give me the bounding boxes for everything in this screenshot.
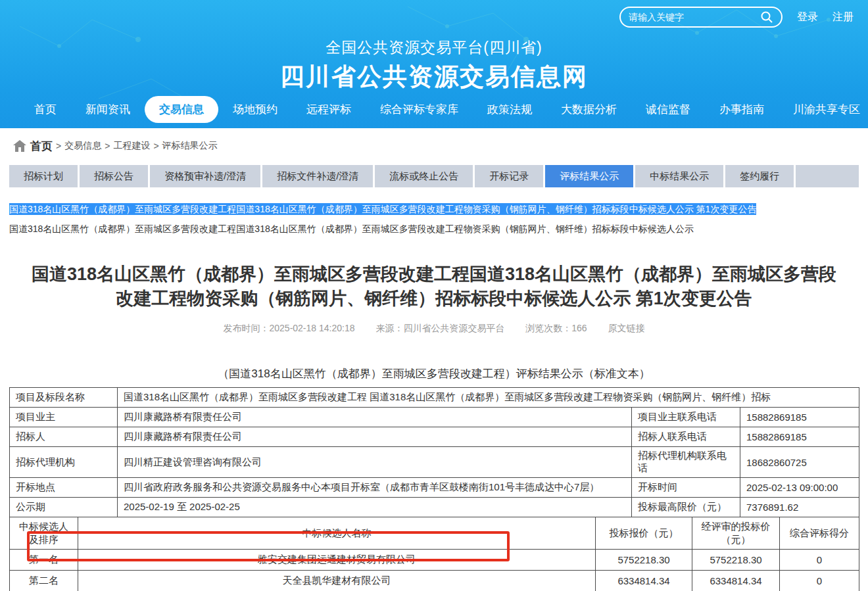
- tab-award-result[interactable]: 中标结果公示: [635, 165, 725, 187]
- category-tabbar: 招标计划 招标公告 资格预审补遗/澄清 招标文件补遗/澄清 流标或终止公告 开标…: [9, 165, 859, 187]
- info-label: 投标最高限价（元）: [632, 498, 740, 517]
- table-row: 开标地点 四川省政府政务服务和公共资源交易服务中心本项目开标室（成都市青羊区鼓楼…: [10, 478, 859, 498]
- info-label: 招标代理机构联系电话: [632, 447, 740, 478]
- info-value: 四川精正建设管理咨询有限公司: [118, 447, 632, 478]
- nav-item-trade-info[interactable]: 交易信息: [145, 96, 218, 123]
- info-value: 2025-02-13 09:00:00: [740, 478, 859, 498]
- main-nav: 首页 新闻资讯 交易信息 场地预约 远程评标 综合评标专家库 政策法规 大数据分…: [0, 96, 868, 123]
- tab-bid-doc-supplement[interactable]: 招标文件补遗/澄清: [262, 165, 375, 187]
- nav-item-policies[interactable]: 政策法规: [473, 96, 546, 123]
- home-icon[interactable]: [13, 140, 26, 152]
- original-link[interactable]: 原文链接: [608, 323, 645, 333]
- col-header-score: 综合评标得分: [780, 517, 859, 550]
- breadcrumb-current: 评标结果公示: [162, 140, 218, 152]
- info-value: 四川康藏路桥有限责任公司: [118, 408, 632, 427]
- info-label: 项目业主: [10, 408, 118, 427]
- view-count: 浏览次数：166: [525, 323, 587, 333]
- candidate-price: 6334814.34: [596, 571, 692, 591]
- site-title: 四川省公共资源交易信息网: [0, 60, 868, 93]
- tab-failed-terminated[interactable]: 流标或终止公告: [375, 165, 475, 187]
- info-label: 招标代理机构: [10, 447, 118, 478]
- site-header: 登录 注册 全国公共资源交易平台(四川省) 四川省公共资源交易信息网 首页 新闻…: [0, 0, 868, 128]
- nav-item-guide[interactable]: 办事指南: [705, 96, 779, 123]
- info-value: 7376891.62: [740, 498, 859, 517]
- publish-time: 发布时间：2025-02-18 14:20:18: [223, 323, 354, 333]
- platform-title: 全国公共资源交易平台(四川省): [0, 37, 868, 58]
- col-header-rank: 中标候选人及排序: [10, 517, 78, 550]
- info-value: 2025-02-19 至 2025-02-25: [118, 498, 632, 517]
- candidate-name: 天全县凯华建材有限公司: [78, 571, 596, 591]
- nav-item-big-data[interactable]: 大数据分析: [546, 96, 631, 123]
- candidate-price: 5752218.30: [596, 550, 692, 571]
- breadcrumb-separator: >: [56, 141, 61, 151]
- nav-item-integrity[interactable]: 诚信监督: [631, 96, 705, 123]
- article-meta: 发布时间：2025-02-18 14:20:18 来源：四川省公共资源交易平台 …: [0, 323, 868, 335]
- info-value: 18682860725: [740, 447, 859, 478]
- project-info-table: 项目及标段名称 国道318名山区黑竹（成都界）至雨城区多营段改建工程 国道318…: [9, 387, 859, 517]
- candidate-name: 雅安交建集团运通建材贸易有限公司: [78, 550, 596, 571]
- nav-item-remote-evaluation[interactable]: 远程评标: [292, 96, 366, 123]
- result-tables: 项目及标段名称 国道318名山区黑竹（成都界）至雨城区多营段改建工程 国道318…: [9, 387, 859, 591]
- info-value: 15882869185: [740, 427, 859, 447]
- info-value: 国道318名山区黑竹（成都界）至雨城区多营段改建工程 国道318名山区黑竹（成都…: [118, 388, 859, 408]
- info-label: 项目业主联系电话: [632, 408, 740, 427]
- list-item-selected[interactable]: 国道318名山区黑竹（成都界）至雨城区多营段改建工程国道318名山区黑竹（成都界…: [9, 203, 756, 215]
- breadcrumb-separator: >: [105, 141, 110, 151]
- candidate-reviewed-price: 5752218.30: [692, 550, 780, 571]
- tab-evaluation-result[interactable]: 评标结果公示: [545, 165, 635, 187]
- nav-item-chuanyu-zone[interactable]: 川渝共享专区: [779, 96, 868, 123]
- candidate-row-second: 第二名 天全县凯华建材有限公司 6334814.34 6334814.34 0: [10, 571, 859, 591]
- breadcrumb-home[interactable]: 首页: [30, 139, 53, 154]
- table-caption: （国道318名山区黑竹（成都界）至雨城区多营段改建工程）评标结果公示（标准文本）: [0, 366, 868, 381]
- nav-item-home[interactable]: 首页: [20, 96, 71, 123]
- candidate-rank: 第二名: [10, 571, 78, 591]
- candidates-table: 中标候选人及排序 中标候选人名称 投标报价（元） 经评审的投标价（元） 综合评标…: [9, 517, 859, 591]
- info-label: 项目及标段名称: [10, 388, 118, 408]
- table-header-row: 中标候选人及排序 中标候选人名称 投标报价（元） 经评审的投标价（元） 综合评标…: [10, 517, 859, 550]
- info-label: 开标地点: [10, 478, 118, 498]
- tab-bid-opening-record[interactable]: 开标记录: [475, 165, 545, 187]
- candidate-row-first: 第一名 雅安交建集团运通建材贸易有限公司 5752218.30 5752218.…: [10, 550, 859, 571]
- table-row: 项目及标段名称 国道318名山区黑竹（成都界）至雨城区多营段改建工程 国道318…: [10, 388, 859, 408]
- candidate-rank: 第一名: [10, 550, 78, 571]
- info-label: 招标人: [10, 427, 118, 447]
- tab-prequalification-supplement[interactable]: 资格预审补遗/澄清: [150, 165, 262, 187]
- list-item[interactable]: 国道318名山区黑竹（成都界）至雨城区多营段改建工程国道318名山区黑竹（成都界…: [9, 224, 859, 235]
- tab-bid-plan[interactable]: 招标计划: [9, 165, 80, 187]
- col-header-name: 中标候选人名称: [78, 517, 596, 550]
- info-value: 四川省政府政务服务和公共资源交易服务中心本项目开标室（成都市青羊区鼓楼南街101…: [118, 478, 632, 498]
- tab-contract-performance[interactable]: 签约履行: [725, 165, 796, 187]
- info-value: 四川康藏路桥有限责任公司: [118, 427, 632, 447]
- col-header-reviewed-price: 经评审的投标价（元）: [692, 517, 780, 550]
- breadcrumb-trade-info[interactable]: 交易信息: [64, 140, 101, 152]
- nav-item-news[interactable]: 新闻资讯: [71, 96, 145, 123]
- col-header-price: 投标报价（元）: [596, 517, 692, 550]
- candidate-score: 0: [780, 571, 859, 591]
- table-row: 招标人 四川康藏路桥有限责任公司 招标人联系电话 15882869185: [10, 427, 859, 447]
- breadcrumb-separator: >: [153, 141, 158, 151]
- result-list: 国道318名山区黑竹（成都界）至雨城区多营段改建工程国道318名山区黑竹（成都界…: [9, 204, 859, 235]
- nav-item-venue-booking[interactable]: 场地预约: [218, 96, 292, 123]
- candidate-score: 0: [780, 550, 859, 571]
- candidate-reviewed-price: 6334814.34: [692, 571, 780, 591]
- info-label: 招标人联系电话: [632, 427, 740, 447]
- table-row: 项目业主 四川康藏路桥有限责任公司 项目业主联系电话 15882869185: [10, 408, 859, 427]
- nav-item-expert-database[interactable]: 综合评标专家库: [366, 96, 473, 123]
- table-row: 招标代理机构 四川精正建设管理咨询有限公司 招标代理机构联系电话 1868286…: [10, 447, 859, 478]
- info-label: 公示期: [10, 498, 118, 517]
- info-label: 开标时间: [632, 478, 740, 498]
- breadcrumb-engineering[interactable]: 工程建设: [113, 140, 150, 152]
- table-row: 公示期 2025-02-19 至 2025-02-25 投标最高限价（元） 73…: [10, 498, 859, 517]
- page-title: 国道318名山区黑竹（成都界）至雨城区多营段改建工程国道318名山区黑竹（成都界…: [26, 262, 842, 311]
- breadcrumb: 首页 > 交易信息 > 工程建设 > 评标结果公示: [0, 128, 868, 164]
- tab-bid-announcement[interactable]: 招标公告: [80, 165, 150, 187]
- info-value: 15882869185: [740, 408, 859, 427]
- source: 来源：四川省公共资源交易平台: [375, 323, 504, 333]
